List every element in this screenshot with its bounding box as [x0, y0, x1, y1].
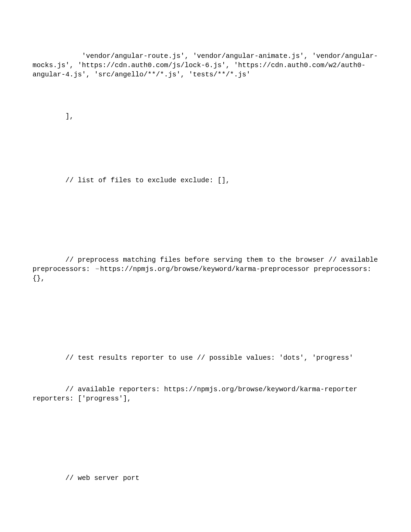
code-reporter-comment-2: // available reporters: https://npmjs.or…: [33, 385, 378, 403]
code-web-server-port: // web server port: [33, 473, 378, 483]
code-close-bracket: ],: [33, 112, 378, 121]
code-preprocess-comment: // preprocess matching files before serv…: [33, 255, 378, 283]
code-exclude-comment: // list of files to exclude exclude: [],: [33, 176, 378, 185]
link-arrow-icon: ➥: [96, 265, 99, 273]
code-files-block: 'vendor/angular-route.js', 'vendor/angul…: [33, 51, 378, 79]
code-reporter-comment-1: // test results reporter to use // possi…: [33, 353, 378, 362]
preprocess-link: https://npmjs.org/browse/keyword/karma-p…: [100, 265, 310, 273]
